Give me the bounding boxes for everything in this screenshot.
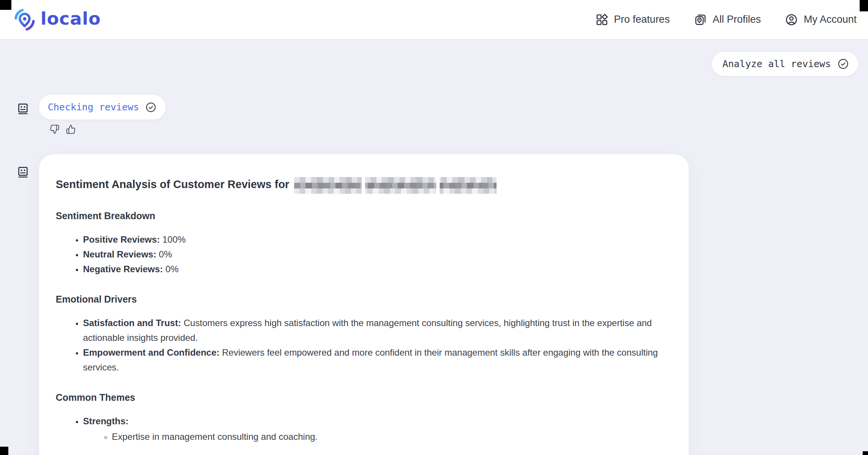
section-heading-common-themes: Common Themes	[56, 392, 671, 403]
sentiment-analysis-card: Sentiment Analysis of Customer Reviews f…	[39, 154, 689, 455]
list-item: Negative Reviews: 0%	[83, 262, 671, 276]
list-item: Empowerment and Confidence: Reviewers fe…	[83, 345, 671, 375]
user-circle-icon	[785, 13, 798, 26]
screen-corner-marker	[0, 447, 8, 455]
screen-corner-marker	[863, 451, 868, 455]
localo-wordmark: localo	[41, 8, 101, 29]
analyze-all-reviews-button[interactable]: Analyze all reviews	[712, 52, 858, 76]
section-heading-sentiment-breakdown: Sentiment Breakdown	[56, 210, 671, 221]
nav-item-my-account[interactable]: My Account	[785, 13, 857, 26]
top-header: localo Pro features	[0, 0, 868, 39]
nav-item-all-profiles[interactable]: All Profiles	[694, 13, 761, 26]
check-circle-icon	[145, 102, 157, 113]
checking-reviews-label: Checking reviews	[48, 102, 139, 113]
thumbs-down-icon[interactable]	[50, 124, 60, 134]
profiles-stack-pin-icon	[694, 13, 707, 26]
card-title: Sentiment Analysis of Customer Reviews f…	[56, 176, 671, 193]
feedback-buttons	[50, 124, 76, 134]
strengths-sublist: Expertise in management consulting and c…	[83, 429, 671, 444]
screen-corner-marker	[860, 0, 868, 11]
thumbs-up-icon[interactable]	[66, 124, 76, 134]
header-nav: Pro features All Profiles M	[595, 13, 857, 26]
nav-label: All Profiles	[713, 14, 761, 25]
card-title-text: Sentiment Analysis of Customer Reviews f…	[56, 177, 289, 192]
emotional-drivers-list: Satisfaction and Trust: Customers expres…	[56, 315, 671, 375]
localo-logo[interactable]: localo	[13, 7, 101, 32]
list-item: Strengths: Expertise in management consu…	[83, 414, 671, 444]
sentiment-breakdown-list: Positive Reviews: 100% Neutral Reviews: …	[56, 232, 671, 276]
section-heading-emotional-drivers: Emotional Drivers	[56, 294, 671, 305]
list-item: Expertise in management consulting and c…	[112, 429, 671, 444]
nav-label: My Account	[804, 14, 857, 25]
grid-diamond-icon	[595, 13, 608, 26]
list-item: Neutral Reviews: 0%	[83, 247, 671, 262]
localo-pin-icon	[13, 7, 37, 32]
list-item: Satisfaction and Trust: Customers expres…	[83, 315, 671, 345]
redacted-business-name	[294, 177, 497, 194]
checking-reviews-chip[interactable]: Checking reviews	[39, 95, 166, 119]
bot-face-icon	[17, 166, 29, 179]
screen-corner-marker	[0, 0, 11, 10]
common-themes-list: Strengths: Expertise in management consu…	[56, 414, 671, 444]
bot-face-icon	[17, 103, 29, 115]
analyze-all-reviews-label: Analyze all reviews	[722, 58, 831, 69]
check-circle-icon	[837, 58, 849, 70]
list-item: Positive Reviews: 100%	[83, 232, 671, 247]
nav-item-pro-features[interactable]: Pro features	[595, 13, 670, 26]
nav-label: Pro features	[614, 14, 670, 25]
